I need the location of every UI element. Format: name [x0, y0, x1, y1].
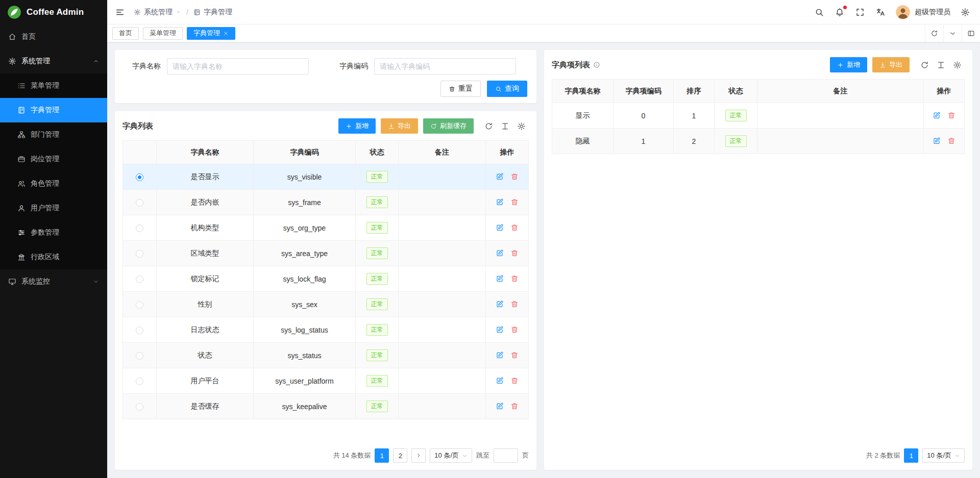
add-dict-button[interactable]: 新增: [338, 118, 376, 134]
delete-button[interactable]: [508, 273, 521, 284]
column-settings-button[interactable]: [933, 57, 948, 72]
edit-button[interactable]: [493, 171, 506, 182]
edit-button[interactable]: [493, 324, 506, 335]
delete-button[interactable]: [945, 136, 958, 146]
table-row[interactable]: 是否显示 sys_visible 正常: [123, 164, 529, 190]
delete-button[interactable]: [508, 222, 521, 233]
row-radio[interactable]: [136, 326, 143, 334]
row-radio[interactable]: [136, 301, 143, 309]
app-logo[interactable]: Coffee Admin: [0, 0, 107, 24]
table-settings-button[interactable]: [949, 57, 965, 72]
row-radio[interactable]: [136, 275, 143, 283]
edit-icon: [933, 111, 941, 119]
edit-button[interactable]: [493, 197, 506, 207]
table-row[interactable]: 用户平台 sys_user_platform 正常: [123, 368, 529, 394]
table-row[interactable]: 性别 sys_sex 正常: [123, 292, 529, 317]
content-fullscreen-button[interactable]: [962, 24, 980, 42]
table-row[interactable]: 区域类型 sys_area_type 正常: [123, 241, 529, 266]
sidebar-item-param-mgmt[interactable]: 参数管理: [0, 220, 107, 245]
settings-button[interactable]: [960, 7, 971, 18]
reset-button[interactable]: 重置: [440, 81, 481, 97]
tab-dict-mgmt[interactable]: 字典管理: [187, 27, 235, 40]
sidebar-item-dict-mgmt[interactable]: 字典管理: [0, 98, 107, 122]
edit-button[interactable]: [930, 110, 943, 120]
delete-button[interactable]: [508, 324, 521, 335]
table-row[interactable]: 是否内嵌 sys_frame 正常: [123, 190, 529, 215]
column-header: 排序: [674, 80, 715, 103]
table-row[interactable]: 显示 0 1 正常: [552, 103, 965, 129]
edit-button[interactable]: [493, 375, 506, 386]
delete-button[interactable]: [508, 197, 521, 207]
dict-code-input[interactable]: [374, 58, 516, 74]
edit-button[interactable]: [930, 136, 943, 146]
page-size-select[interactable]: 10 条/页: [922, 448, 965, 463]
language-button[interactable]: [875, 7, 886, 18]
row-radio[interactable]: [136, 224, 143, 232]
refresh-cache-button[interactable]: 刷新缓存: [423, 118, 474, 134]
collapse-sidebar-button[interactable]: [114, 7, 126, 18]
sidebar-item-post-mgmt[interactable]: 岗位管理: [0, 147, 107, 171]
user-menu[interactable]: 超级管理员: [895, 5, 950, 20]
reload-table-button[interactable]: [917, 57, 932, 72]
edit-button[interactable]: [493, 401, 506, 411]
sidebar-item-system-mgmt[interactable]: 系统管理: [0, 49, 107, 73]
edit-button[interactable]: [493, 350, 506, 360]
delete-button[interactable]: [508, 401, 521, 411]
fullscreen-button[interactable]: [854, 7, 866, 18]
table-settings-button[interactable]: [513, 118, 529, 134]
sidebar-item-user-mgmt[interactable]: 用户管理: [0, 196, 107, 220]
jump-page-input[interactable]: [494, 448, 518, 463]
add-dict-item-button[interactable]: 新增: [830, 57, 867, 72]
table-row[interactable]: 日志状态 sys_log_status 正常: [123, 317, 529, 343]
sidebar-item-menu-mgmt[interactable]: 菜单管理: [0, 73, 107, 98]
refresh-icon: [930, 30, 938, 37]
sidebar-item-role-mgmt[interactable]: 角色管理: [0, 171, 107, 196]
delete-button[interactable]: [508, 299, 521, 309]
edit-button[interactable]: [493, 248, 506, 258]
topbar: 系统管理 / 字典管理: [107, 0, 980, 24]
table-row[interactable]: 锁定标记 sys_lock_flag 正常: [123, 266, 529, 292]
row-radio[interactable]: [136, 250, 143, 258]
delete-button[interactable]: [945, 110, 958, 120]
notifications-button[interactable]: [834, 7, 845, 18]
edit-button[interactable]: [493, 273, 506, 284]
table-row[interactable]: 隐藏 1 2 正常: [552, 129, 965, 154]
delete-button[interactable]: [508, 350, 521, 360]
page-size-select[interactable]: 10 条/页: [430, 448, 472, 463]
row-radio[interactable]: [136, 403, 143, 411]
sidebar-item-region-mgmt[interactable]: 行政区域: [0, 245, 107, 269]
query-button[interactable]: 查询: [487, 81, 527, 97]
close-icon[interactable]: [223, 31, 229, 36]
next-page-button[interactable]: [411, 448, 426, 463]
row-radio[interactable]: [136, 352, 143, 360]
edit-button[interactable]: [493, 299, 506, 309]
search-button[interactable]: [814, 7, 825, 18]
tab-home[interactable]: 首页: [112, 27, 139, 40]
tab-menu-mgmt[interactable]: 菜单管理: [143, 27, 183, 40]
sidebar-item-home[interactable]: 首页: [0, 24, 107, 49]
table-row[interactable]: 机构类型 sys_org_type 正常: [123, 215, 529, 241]
row-radio[interactable]: [136, 199, 143, 207]
reload-table-button[interactable]: [481, 118, 496, 134]
row-radio[interactable]: [136, 173, 143, 181]
breadcrumb-root[interactable]: 系统管理: [144, 8, 173, 17]
column-settings-button[interactable]: [497, 118, 512, 134]
export-dict-item-button[interactable]: 导出: [872, 57, 910, 72]
refresh-tab-button[interactable]: [925, 24, 943, 42]
tab-options-button[interactable]: [943, 24, 962, 42]
dict-name-input[interactable]: [167, 58, 309, 74]
page-1-button[interactable]: 1: [904, 448, 918, 463]
delete-button[interactable]: [508, 375, 521, 386]
row-radio[interactable]: [136, 378, 143, 385]
export-dict-button[interactable]: 导出: [381, 118, 418, 134]
delete-button[interactable]: [508, 171, 521, 182]
page-2-button[interactable]: 2: [393, 448, 407, 463]
delete-button[interactable]: [508, 248, 521, 258]
sidebar-item-system-monitor[interactable]: 系统监控: [0, 269, 107, 294]
table-row[interactable]: 状态 sys_status 正常: [123, 343, 529, 368]
page-1-button[interactable]: 1: [375, 448, 389, 463]
table-row[interactable]: 是否缓存 sys_keepalive 正常: [123, 394, 529, 419]
edit-button[interactable]: [493, 222, 506, 233]
info-icon[interactable]: [593, 61, 600, 68]
sidebar-item-dept-mgmt[interactable]: 部门管理: [0, 122, 107, 147]
